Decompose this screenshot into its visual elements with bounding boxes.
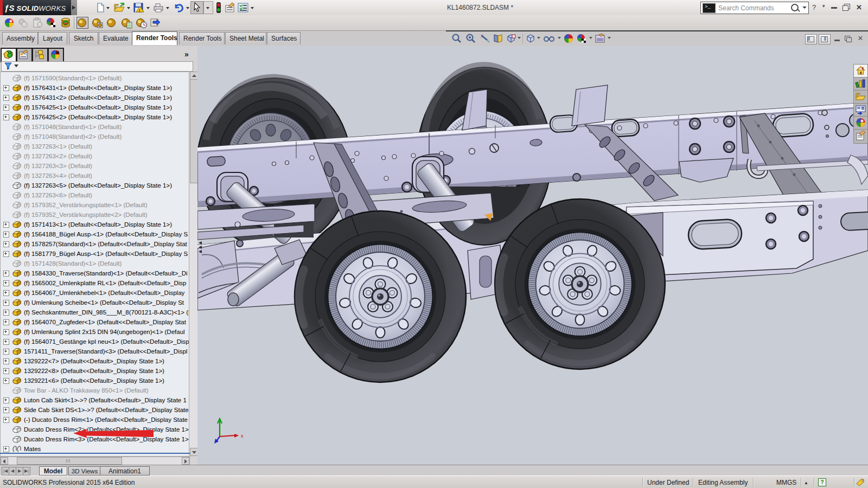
svg-text:!: !: [139, 8, 141, 13]
svg-text:x: x: [241, 433, 244, 439]
